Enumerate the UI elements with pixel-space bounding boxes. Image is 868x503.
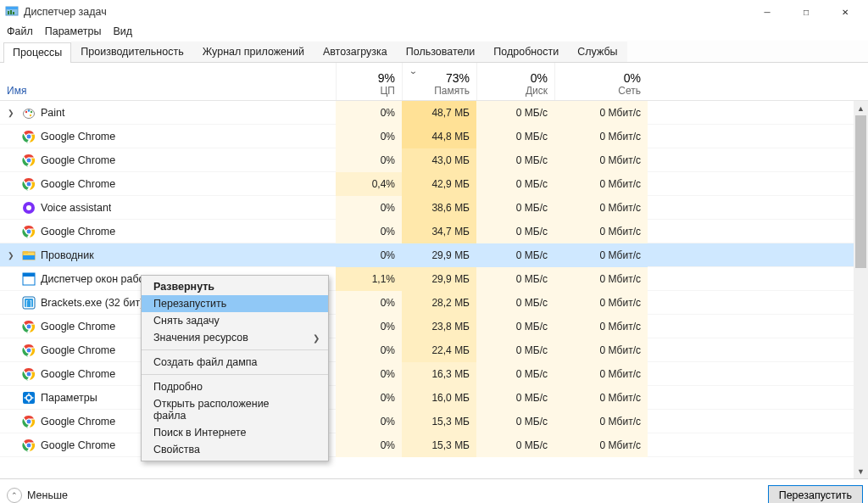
table-row[interactable]: Google Chrome0%15,3 МБ0 МБ/с0 Мбит/с <box>0 433 868 457</box>
network-cell: 0 Мбит/с <box>554 125 648 148</box>
cpu-cell: 0% <box>336 386 402 410</box>
vertical-scrollbar[interactable]: ▲ ▼ <box>854 101 868 478</box>
memory-cell: 15,3 МБ <box>402 433 476 457</box>
table-row[interactable]: Google Chrome0%23,8 МБ0 МБ/с0 Мбит/с <box>0 315 868 338</box>
window-title: Диспетчер задач <box>24 6 107 18</box>
rows-viewport: ❯Paint0%48,7 МБ0 МБ/с0 Мбит/сGoogle Chro… <box>0 101 868 478</box>
table-row[interactable]: Google Chrome0%44,8 МБ0 МБ/с0 Мбит/с <box>0 125 868 148</box>
table-row[interactable]: ❯Paint0%48,7 МБ0 МБ/с0 Мбит/с <box>0 101 868 125</box>
submenu-arrow-icon: ❯ <box>313 333 320 343</box>
col-network-label: Сеть <box>618 85 641 97</box>
fewer-details-button[interactable]: ⌃ Меньше <box>7 488 68 503</box>
tab-app-history[interactable]: Журнал приложений <box>193 42 314 62</box>
col-disk[interactable]: 0% Диск <box>476 63 554 100</box>
disk-cell: 0 МБ/с <box>476 148 554 172</box>
ctx-resource-values-label: Значения ресурсов <box>153 332 248 344</box>
tab-details[interactable]: Подробности <box>484 42 568 62</box>
cpu-cell: 0% <box>336 220 402 243</box>
col-memory[interactable]: ⌄ 73% Память <box>402 63 476 100</box>
table-row[interactable]: Диспетчер окон рабочего стола1,1%29,9 МБ… <box>0 267 868 291</box>
network-cell: 0 Мбит/с <box>554 362 648 386</box>
maximize-button[interactable]: □ <box>787 0 826 24</box>
table-row[interactable]: Google Chrome0%16,3 МБ0 МБ/с0 Мбит/с <box>0 362 868 386</box>
app-icon <box>22 367 36 381</box>
col-cpu[interactable]: 9% ЦП <box>336 63 402 100</box>
ctx-expand[interactable]: Развернуть <box>142 278 328 295</box>
col-cpu-label: ЦП <box>380 85 395 97</box>
close-icon: ✕ <box>842 8 849 17</box>
scroll-track[interactable] <box>854 115 868 464</box>
disk-cell: 0 МБ/с <box>476 172 554 196</box>
network-cell: 0 Мбит/с <box>554 386 648 410</box>
app-icon <box>22 272 36 286</box>
expand-toggle <box>5 392 17 404</box>
ctx-create-dump[interactable]: Создать файл дампа <box>142 354 328 371</box>
scroll-up-icon[interactable]: ▲ <box>854 101 868 115</box>
table-row[interactable]: Google Chrome0%43,0 МБ0 МБ/с0 Мбит/с <box>0 148 868 172</box>
menu-options[interactable]: Параметры <box>45 25 102 37</box>
ctx-properties[interactable]: Свойства <box>142 441 328 458</box>
memory-cell: 43,0 МБ <box>402 148 476 172</box>
expand-toggle[interactable]: ❯ <box>5 249 17 261</box>
network-cell: 0 Мбит/с <box>554 291 648 315</box>
close-button[interactable]: ✕ <box>826 0 865 24</box>
svg-rect-4 <box>13 12 14 14</box>
tab-performance[interactable]: Производительность <box>71 42 192 62</box>
expand-toggle <box>5 416 17 428</box>
col-memory-label: Память <box>434 85 470 97</box>
menu-view[interactable]: Вид <box>113 25 132 37</box>
disk-cell: 0 МБ/с <box>476 220 554 243</box>
tab-processes[interactable]: Процессы <box>3 42 71 63</box>
table-row[interactable]: Google Chrome0%34,7 МБ0 МБ/с0 Мбит/с <box>0 220 868 243</box>
network-cell: 0 Мбит/с <box>554 243 648 267</box>
footer-bar: ⌃ Меньше Перезапустить <box>0 478 868 503</box>
ctx-resource-values[interactable]: Значения ресурсов ❯ <box>142 329 328 346</box>
table-row[interactable]: ❯Проводник0%29,9 МБ0 МБ/с0 Мбит/с <box>0 243 868 267</box>
disk-cell: 0 МБ/с <box>476 243 554 267</box>
svg-rect-25 <box>23 251 28 254</box>
table-row[interactable]: Voice assistant0%38,6 МБ0 МБ/с0 Мбит/с <box>0 196 868 220</box>
cpu-cell: 0% <box>336 410 402 433</box>
app-icon <box>5 5 19 19</box>
scroll-down-icon[interactable]: ▼ <box>854 464 868 478</box>
tab-users[interactable]: Пользователи <box>397 42 485 62</box>
table-row[interactable]: Google Chrome0,4%42,9 МБ0 МБ/с0 Мбит/с <box>0 172 868 196</box>
title-bar[interactable]: Диспетчер задач ─ □ ✕ <box>0 0 868 24</box>
table-row[interactable]: Google Chrome0%15,3 МБ0 МБ/с0 Мбит/с <box>0 410 868 433</box>
table-row[interactable]: [ ]Brackets.exe (32 бит)0%28,2 МБ0 МБ/с0… <box>0 291 868 315</box>
scroll-thumb[interactable] <box>855 115 866 268</box>
table-row[interactable]: Параметры0%16,0 МБ0 МБ/с0 Мбит/с <box>0 386 868 410</box>
process-name: Paint <box>41 107 65 119</box>
app-icon: [ ] <box>22 296 36 310</box>
expand-toggle[interactable]: ❯ <box>5 107 17 119</box>
ctx-restart[interactable]: Перезапустить <box>142 295 328 312</box>
memory-cell: 22,4 МБ <box>402 338 476 362</box>
process-name: Параметры <box>41 392 97 404</box>
restart-button[interactable]: Перезапустить <box>768 485 863 504</box>
fewer-details-label: Меньше <box>27 489 68 501</box>
minimize-button[interactable]: ─ <box>748 0 787 24</box>
expand-toggle <box>5 368 17 380</box>
col-name[interactable]: Имя <box>0 63 336 100</box>
window-controls: ─ □ ✕ <box>748 0 865 24</box>
memory-cell: 16,3 МБ <box>402 362 476 386</box>
menu-file[interactable]: Файл <box>7 25 33 37</box>
ctx-search-online[interactable]: Поиск в Интернете <box>142 424 328 441</box>
disk-cell: 0 МБ/с <box>476 101 554 125</box>
ctx-end-task[interactable]: Снять задачу <box>142 312 328 329</box>
cpu-cell: 0% <box>336 362 402 386</box>
ctx-details[interactable]: Подробно <box>142 378 328 395</box>
expand-toggle <box>5 344 17 356</box>
expand-toggle <box>5 321 17 333</box>
col-network[interactable]: 0% Сеть <box>554 63 648 100</box>
col-disk-label: Диск <box>526 85 548 97</box>
cpu-cell: 0% <box>336 315 402 338</box>
ctx-open-location[interactable]: Открыть расположение файла <box>142 395 328 424</box>
sort-indicator-icon: ⌄ <box>409 66 417 75</box>
app-icon <box>22 249 36 262</box>
tab-services[interactable]: Службы <box>568 42 626 62</box>
table-row[interactable]: Google Chrome0%22,4 МБ0 МБ/с0 Мбит/с <box>0 338 868 362</box>
cpu-cell: 0% <box>336 433 402 457</box>
svg-point-7 <box>28 109 30 111</box>
tab-startup[interactable]: Автозагрузка <box>314 42 397 62</box>
